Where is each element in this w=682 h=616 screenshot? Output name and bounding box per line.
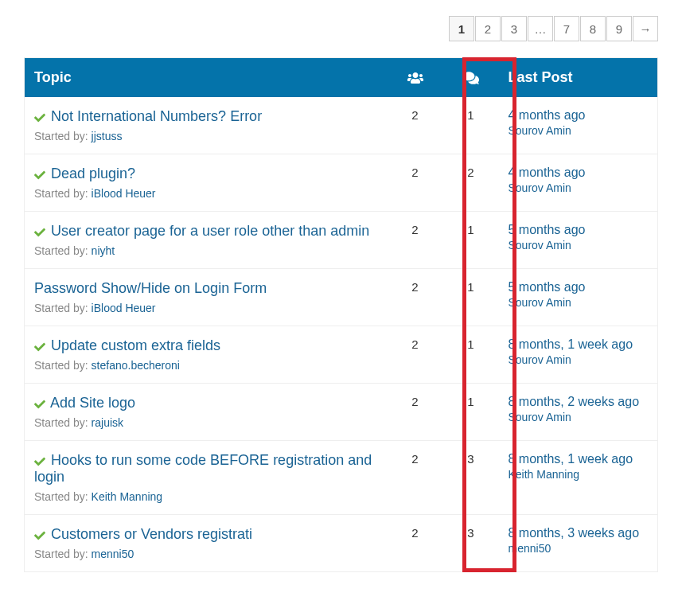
last-post-author[interactable]: Sourov Amin	[509, 181, 649, 194]
topic-cell: Not International Numbers? ErrorStarted …	[25, 97, 388, 154]
last-post-cell: 8 months, 2 weeks agoSourov Amin	[499, 384, 658, 441]
topic-link[interactable]: Add Site logo	[50, 395, 135, 411]
pagination-page-9[interactable]: 9	[606, 16, 632, 41]
last-post-time[interactable]: 8 months, 3 weeks ago	[509, 526, 649, 540]
last-post-cell: 8 months, 1 week agoKeith Manning	[499, 441, 658, 515]
replies-count: 1	[443, 212, 499, 269]
last-post-author[interactable]: Sourov Amin	[509, 124, 649, 137]
last-post-time[interactable]: 4 months ago	[509, 108, 649, 123]
header-lastpost: Last Post	[499, 58, 658, 98]
table-row: Update custom extra fieldsStarted by: st…	[25, 326, 658, 384]
author-link[interactable]: Keith Manning	[92, 490, 163, 503]
topic-link[interactable]: Customers or Vendors registrati	[51, 526, 252, 542]
pagination-page-7[interactable]: 7	[554, 16, 579, 41]
topic-cell: Add Site logoStarted by: rajuisk	[25, 384, 388, 441]
check-icon	[34, 223, 45, 239]
topic-link[interactable]: Hooks to run some code BEFORE registrati…	[34, 452, 372, 485]
topic-link[interactable]: Update custom extra fields	[51, 337, 220, 353]
author-link[interactable]: menni50	[92, 548, 134, 560]
check-icon	[34, 108, 45, 124]
topic-title: Dead plugin?	[34, 166, 378, 182]
voices-count: 2	[388, 269, 443, 326]
voices-count: 2	[388, 154, 443, 212]
replies-count: 1	[443, 269, 499, 326]
started-by-label: Started by:	[34, 548, 92, 560]
comments-icon	[463, 69, 479, 85]
last-post-cell: 4 months agoSourov Amin	[499, 154, 658, 212]
forum-table: Topic Last Post Not International Number…	[24, 57, 658, 572]
last-post-author[interactable]: Keith Manning	[509, 468, 649, 481]
replies-count: 3	[443, 441, 499, 515]
voices-count: 2	[388, 441, 443, 515]
check-icon	[34, 452, 45, 468]
author-link[interactable]: rajuisk	[92, 416, 123, 429]
last-post-cell: 8 months, 1 week agoSourov Amin	[499, 326, 658, 384]
last-post-author[interactable]: menni50	[509, 542, 649, 555]
topic-link[interactable]: Not International Numbers? Error	[51, 108, 262, 124]
last-post-time[interactable]: 8 months, 1 week ago	[509, 337, 649, 352]
topic-title: Not International Numbers? Error	[34, 108, 378, 125]
last-post-time[interactable]: 4 months ago	[509, 166, 649, 180]
last-post-time[interactable]: 8 months, 2 weeks ago	[509, 395, 649, 409]
last-post-cell: 4 months agoSourov Amin	[499, 97, 658, 154]
last-post-time[interactable]: 5 months ago	[509, 280, 649, 294]
replies-count: 3	[443, 515, 499, 572]
started-by-label: Started by:	[34, 490, 92, 503]
author-link[interactable]: jjstuss	[92, 130, 123, 142]
topic-title: User creator page for a user role other …	[34, 223, 378, 240]
voices-count: 2	[388, 326, 443, 384]
voices-count: 2	[388, 515, 443, 572]
topic-title: Customers or Vendors registrati	[34, 526, 378, 543]
table-row: Password Show/Hide on Login FormStarted …	[25, 269, 658, 326]
topic-title: Password Show/Hide on Login Form	[34, 280, 378, 297]
last-post-author[interactable]: Sourov Amin	[509, 411, 649, 423]
table-row: Not International Numbers? ErrorStarted …	[25, 97, 658, 154]
table-row: User creator page for a user role other …	[25, 212, 658, 269]
started-by-label: Started by:	[34, 130, 92, 142]
started-by: Started by: jjstuss	[34, 130, 378, 142]
topic-title: Update custom extra fields	[34, 337, 378, 354]
topic-cell: Hooks to run some code BEFORE registrati…	[25, 441, 388, 515]
topic-title: Add Site logo	[34, 395, 378, 411]
author-link[interactable]: iBlood Heuer	[92, 302, 156, 314]
topic-link[interactable]: Dead plugin?	[51, 166, 135, 181]
author-link[interactable]: iBlood Heuer	[92, 187, 156, 200]
check-icon	[34, 395, 45, 411]
pagination-ellipsis: …	[528, 16, 553, 41]
topic-cell: Update custom extra fieldsStarted by: st…	[25, 326, 388, 384]
pagination-page-2[interactable]: 2	[475, 16, 501, 41]
started-by: Started by: Keith Manning	[34, 490, 378, 503]
topic-link[interactable]: Password Show/Hide on Login Form	[34, 280, 267, 296]
table-row: Hooks to run some code BEFORE registrati…	[25, 441, 658, 515]
check-icon	[34, 526, 45, 542]
replies-count: 1	[443, 384, 499, 441]
last-post-author[interactable]: Sourov Amin	[509, 239, 649, 251]
table-row: Customers or Vendors registratiStarted b…	[25, 515, 658, 572]
header-voices	[388, 58, 443, 98]
users-icon	[407, 69, 423, 85]
started-by-label: Started by:	[34, 244, 92, 257]
last-post-time[interactable]: 8 months, 1 week ago	[509, 452, 649, 466]
last-post-cell: 5 months agoSourov Amin	[499, 212, 658, 269]
pagination-page-8[interactable]: 8	[580, 16, 606, 41]
last-post-time[interactable]: 5 months ago	[509, 223, 649, 237]
pagination-next[interactable]: →	[633, 16, 658, 41]
started-by-label: Started by:	[34, 359, 92, 372]
last-post-author[interactable]: Sourov Amin	[509, 296, 649, 309]
header-topic: Topic	[25, 58, 388, 98]
voices-count: 2	[388, 212, 443, 269]
pagination-page-1: 1	[449, 16, 474, 41]
author-link[interactable]: niyht	[92, 244, 115, 257]
topic-title: Hooks to run some code BEFORE registrati…	[34, 452, 378, 485]
topic-link[interactable]: User creator page for a user role other …	[51, 223, 369, 239]
check-icon	[34, 337, 45, 353]
topic-cell: Customers or Vendors registratiStarted b…	[25, 515, 388, 572]
author-link[interactable]: stefano.becheroni	[92, 359, 180, 372]
table-row: Add Site logoStarted by: rajuisk218 mont…	[25, 384, 658, 441]
last-post-author[interactable]: Sourov Amin	[509, 353, 649, 366]
pagination-page-3[interactable]: 3	[501, 16, 527, 41]
started-by-label: Started by:	[34, 302, 92, 314]
started-by-label: Started by:	[34, 416, 92, 429]
replies-count: 1	[443, 97, 499, 154]
replies-count: 1	[443, 326, 499, 384]
